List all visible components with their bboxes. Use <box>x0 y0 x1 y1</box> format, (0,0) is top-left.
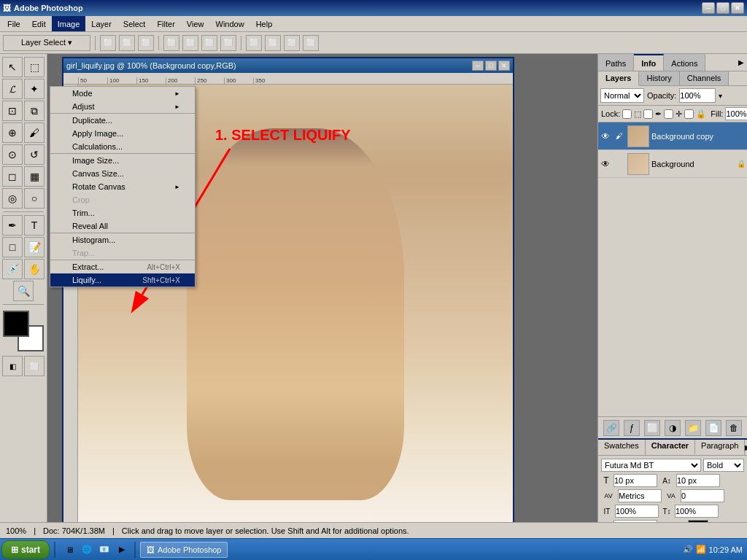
menu-select[interactable]: Select <box>117 16 152 31</box>
pen-tool[interactable]: ✒ <box>2 215 23 236</box>
eyedropper-tool[interactable]: 💉 <box>2 259 23 279</box>
gradient-tool[interactable]: ▦ <box>24 166 44 187</box>
tab-paragraph[interactable]: Paragraph <box>695 440 745 455</box>
font-style-select[interactable]: Bold Regular Italic <box>703 459 744 472</box>
lock-all-check[interactable] <box>664 109 673 119</box>
full-screen-btn[interactable]: ⬜ <box>24 356 44 376</box>
lock-pixels-check[interactable] <box>622 109 632 119</box>
menu-filter[interactable]: Filter <box>151 16 180 31</box>
menu-item-reveal-all[interactable]: Reveal All <box>50 219 195 233</box>
tool-option-2[interactable]: ⬜ <box>119 35 135 51</box>
new-layer-btn[interactable]: 📄 <box>705 420 721 436</box>
new-group-btn[interactable]: 📁 <box>685 420 701 436</box>
menu-item-image-size[interactable]: Image Size... <box>50 154 195 167</box>
layer-visibility-btn-2[interactable]: 👁 <box>600 158 611 170</box>
delete-layer-btn[interactable]: 🗑 <box>726 420 742 436</box>
layer-mask-btn[interactable]: ⬜ <box>644 420 660 436</box>
zoom-tool[interactable]: 🔍 <box>13 281 34 301</box>
menu-item-calculations[interactable]: Calculations... <box>50 140 195 153</box>
menu-item-adjust[interactable]: Adjust ► <box>50 100 195 113</box>
brush-tool[interactable]: 🖌 <box>24 122 44 143</box>
tool-option-5[interactable]: ⬜ <box>182 35 198 51</box>
layer-visibility-btn[interactable]: 👁 <box>600 131 611 142</box>
history-brush[interactable]: ↺ <box>24 144 44 165</box>
leading-input[interactable] <box>676 474 720 487</box>
move-tool[interactable]: ↖ <box>2 57 23 77</box>
menu-help[interactable]: Help <box>250 16 279 31</box>
blend-mode-select[interactable]: Normal Multiply Screen <box>600 88 644 103</box>
blur-tool[interactable]: ◎ <box>2 188 23 209</box>
text-tool[interactable]: T <box>24 215 44 236</box>
menu-item-liquify[interactable]: Liquify... Shft+Ctrl+X <box>50 273 195 287</box>
scale-h-input[interactable] <box>615 505 659 518</box>
start-button[interactable]: ⊞ start <box>1 540 50 559</box>
tool-option-8[interactable]: ⬜ <box>246 35 262 51</box>
slice-tool[interactable]: ⧉ <box>24 101 44 121</box>
menu-item-mode[interactable]: Mode ► <box>50 87 195 100</box>
quick-mask-btn[interactable]: ◧ <box>2 356 23 376</box>
panel-menu-btn[interactable]: ▶ <box>735 54 747 71</box>
scale-v-input[interactable] <box>675 505 719 518</box>
tab-actions[interactable]: Actions <box>664 54 705 71</box>
menu-item-duplicate[interactable]: Duplicate... <box>50 114 195 127</box>
notes-tool[interactable]: 📝 <box>24 237 44 257</box>
lock-position-check[interactable] <box>643 109 653 119</box>
menu-item-histogram[interactable]: Histogram... <box>50 233 195 246</box>
kerning-input[interactable] <box>681 489 724 502</box>
menu-file[interactable]: File <box>1 16 26 31</box>
tool-option-9[interactable]: ⬜ <box>265 35 281 51</box>
tab-layers[interactable]: Layers <box>598 71 639 86</box>
tool-option-7[interactable]: ⬜ <box>220 35 236 51</box>
doc-close-btn[interactable]: ✕ <box>498 61 510 71</box>
layer-row-background-copy[interactable]: 👁 🖌 Background copy <box>598 122 747 150</box>
tool-option-3[interactable]: ⬜ <box>138 35 154 51</box>
menu-item-rotate-canvas[interactable]: Rotate Canvas ► <box>50 180 195 193</box>
quick-launch-icon-1[interactable]: 🖥 <box>61 542 77 558</box>
menu-item-apply-image[interactable]: Apply Image... <box>50 127 195 140</box>
tracking-input[interactable] <box>618 489 662 502</box>
marquee-tool[interactable]: ⬚ <box>24 57 44 77</box>
quick-launch-icon-4[interactable]: ▶ <box>114 542 130 558</box>
font-family-select[interactable]: Futura Md BT Arial Times New Roman <box>601 459 701 472</box>
magic-wand[interactable]: ✦ <box>24 79 44 99</box>
layer-row-background[interactable]: 👁 Background 🔒 <box>598 150 747 178</box>
doc-restore-btn[interactable]: □ <box>485 61 497 71</box>
menu-item-extract[interactable]: Extract... Alt+Ctrl+X <box>50 260 195 273</box>
new-adjustment-btn[interactable]: ◑ <box>665 420 681 436</box>
layer-select-dropdown[interactable]: Layer Select ▾ <box>3 35 90 51</box>
taskbar-photoshop-app[interactable]: 🖼 Adobe Photoshop <box>140 542 228 558</box>
hand-tool[interactable]: ✋ <box>24 259 44 279</box>
menu-layer[interactable]: Layer <box>85 16 117 31</box>
heal-tool[interactable]: ⊕ <box>2 122 23 143</box>
opacity-input[interactable] <box>679 88 716 103</box>
menu-item-canvas-size[interactable]: Canvas Size... <box>50 167 195 180</box>
quick-launch-icon-2[interactable]: 🌐 <box>79 542 95 558</box>
menu-view[interactable]: View <box>181 16 210 31</box>
crop-tool[interactable]: ⊡ <box>2 101 23 121</box>
tab-swatches[interactable]: Swatches <box>598 440 646 455</box>
tool-option-10[interactable]: ⬜ <box>284 35 300 51</box>
layer-style-btn[interactable]: ƒ <box>624 420 640 436</box>
doc-minimize-btn[interactable]: ─ <box>472 61 484 71</box>
tab-character[interactable]: Character <box>646 440 695 455</box>
menu-window[interactable]: Window <box>210 16 250 31</box>
menu-image[interactable]: Image <box>52 16 86 31</box>
color-picker[interactable] <box>3 311 44 351</box>
tool-option-6[interactable]: ⬜ <box>201 35 217 51</box>
link-layers-btn[interactable]: 🔗 <box>603 420 619 436</box>
tab-paths[interactable]: Paths <box>598 54 634 71</box>
tab-history[interactable]: History <box>639 71 679 85</box>
fill-input[interactable] <box>725 107 747 120</box>
close-button[interactable]: ✕ <box>731 2 744 14</box>
tool-option-11[interactable]: ⬜ <box>303 35 319 51</box>
tab-info[interactable]: Info <box>634 54 664 71</box>
eraser-tool[interactable]: ◻ <box>2 166 23 187</box>
quick-launch-icon-3[interactable]: 📧 <box>96 542 112 558</box>
minimize-button[interactable]: ─ <box>702 2 715 14</box>
font-size-input[interactable] <box>614 474 657 487</box>
menu-edit[interactable]: Edit <box>26 16 52 31</box>
clone-tool[interactable]: ⊙ <box>2 144 23 165</box>
dodge-tool[interactable]: ○ <box>24 188 44 209</box>
lock-full-check[interactable] <box>684 109 694 119</box>
lasso-tool[interactable]: 𝓛 <box>2 79 23 99</box>
